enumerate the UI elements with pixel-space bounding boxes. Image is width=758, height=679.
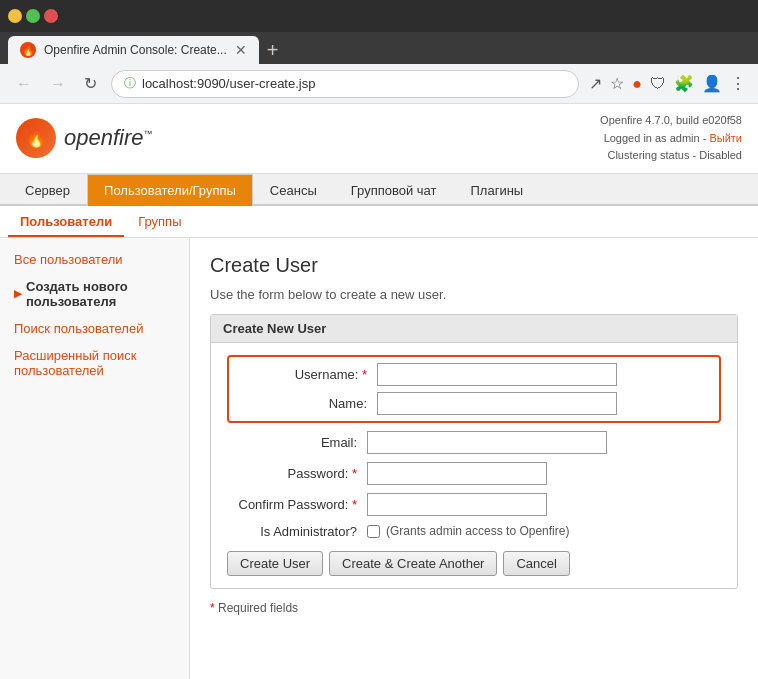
active-tab[interactable]: 🔥 Openfire Admin Console: Create... ✕ xyxy=(8,36,259,64)
share-icon[interactable]: ↗ xyxy=(589,74,602,93)
form-section-header: Create New User xyxy=(211,315,737,343)
username-input[interactable] xyxy=(377,363,617,386)
sub-nav: Пользователи Группы xyxy=(0,206,758,238)
clustering-status: Clustering status - Disabled xyxy=(600,147,742,165)
create-user-button[interactable]: Create User xyxy=(227,551,323,576)
admin-checkbox-group: (Grants admin access to Openfire) xyxy=(367,524,569,538)
nav-server[interactable]: Сервер xyxy=(8,174,87,206)
nav-groupchat[interactable]: Групповой чат xyxy=(334,174,454,206)
form-section: Create New User Username: * Name: xyxy=(210,314,738,589)
admin-row: Is Administrator? (Grants admin access t… xyxy=(227,524,721,539)
logout-link[interactable]: Выйти xyxy=(709,132,742,144)
admin-note: (Grants admin access to Openfire) xyxy=(386,524,569,538)
sidebar-item-create-user[interactable]: ▶ Создать нового пользователя xyxy=(0,273,189,315)
sidebar: Все пользователи ▶ Создать нового пользо… xyxy=(0,238,190,679)
email-input[interactable] xyxy=(367,431,607,454)
tab-bar: 🔥 Openfire Admin Console: Create... ✕ + xyxy=(0,32,758,64)
subnav-groups[interactable]: Группы xyxy=(126,210,193,237)
create-and-create-another-button[interactable]: Create & Create Another xyxy=(329,551,497,576)
extensions-icon[interactable]: 🧩 xyxy=(674,74,694,93)
url-text: localhost:9090/user-create.jsp xyxy=(142,76,566,91)
close-button[interactable] xyxy=(44,9,58,23)
profile-icon[interactable]: 👤 xyxy=(702,74,722,93)
version-info: Openfire 4.7.0, build e020f58 xyxy=(600,112,742,130)
confirm-password-input[interactable] xyxy=(367,493,547,516)
admin-checkbox[interactable] xyxy=(367,525,380,538)
nav-users-groups[interactable]: Пользователи/Группы xyxy=(87,174,253,206)
secure-icon: ⓘ xyxy=(124,75,136,92)
app-header: 🔥 openfire™ Openfire 4.7.0, build e020f5… xyxy=(0,104,758,174)
tab-close-button[interactable]: ✕ xyxy=(235,42,247,58)
url-bar[interactable]: ⓘ localhost:9090/user-create.jsp xyxy=(111,70,579,98)
sidebar-item-all-users[interactable]: Все пользователи xyxy=(0,246,189,273)
confirm-password-row: Confirm Password: * xyxy=(227,493,721,516)
arrow-icon: ▶ xyxy=(14,288,22,299)
admin-label: Is Administrator? xyxy=(227,524,367,539)
shield-icon[interactable]: 🛡 xyxy=(650,75,666,93)
email-row: Email: xyxy=(227,431,721,454)
content-area: Все пользователи ▶ Создать нового пользо… xyxy=(0,238,758,679)
opera-icon[interactable]: ● xyxy=(632,75,642,93)
menu-icon[interactable]: ⋮ xyxy=(730,74,746,93)
main-nav: Сервер Пользователи/Группы Сеансы Группо… xyxy=(0,174,758,206)
password-input[interactable] xyxy=(367,462,547,485)
name-row: Name: xyxy=(237,392,711,415)
password-row: Password: * xyxy=(227,462,721,485)
username-row: Username: * xyxy=(237,363,711,386)
required-note: * Required fields xyxy=(210,601,738,615)
form-description: Use the form below to create a new user. xyxy=(210,287,738,302)
required-note-text: Required fields xyxy=(218,601,298,615)
forward-button[interactable]: → xyxy=(46,73,70,95)
tab-title: Openfire Admin Console: Create... xyxy=(44,43,227,57)
main-content: Create User Use the form below to create… xyxy=(190,238,758,679)
bookmark-icon[interactable]: ☆ xyxy=(610,74,624,93)
window-controls xyxy=(8,9,58,23)
browser-title-bar xyxy=(0,0,758,32)
password-label: Password: * xyxy=(227,466,367,481)
confirm-password-label: Confirm Password: * xyxy=(227,497,367,512)
name-input[interactable] xyxy=(377,392,617,415)
form-body: Username: * Name: Email: Password: xyxy=(211,343,737,588)
sidebar-item-advanced-search[interactable]: Расширенный поиск пользователей xyxy=(0,342,189,384)
nav-plugins[interactable]: Плагины xyxy=(453,174,540,206)
sidebar-item-search-users[interactable]: Поиск пользователей xyxy=(0,315,189,342)
name-label: Name: xyxy=(237,396,377,411)
new-tab-button[interactable]: + xyxy=(267,36,279,64)
minimize-button[interactable] xyxy=(8,9,22,23)
maximize-button[interactable] xyxy=(26,9,40,23)
tab-favicon: 🔥 xyxy=(20,42,36,58)
refresh-button[interactable]: ↻ xyxy=(80,72,101,95)
cancel-button[interactable]: Cancel xyxy=(503,551,569,576)
username-label: Username: * xyxy=(237,367,377,382)
logo: 🔥 openfire™ xyxy=(16,118,153,158)
toolbar-icons: ↗ ☆ ● 🛡 🧩 👤 ⋮ xyxy=(589,74,746,93)
email-label: Email: xyxy=(227,435,367,450)
login-info: Logged in as admin - Выйти xyxy=(600,130,742,148)
header-info: Openfire 4.7.0, build e020f58 Logged in … xyxy=(600,112,742,165)
nav-sessions[interactable]: Сеансы xyxy=(253,174,334,206)
logo-icon: 🔥 xyxy=(16,118,56,158)
page-title: Create User xyxy=(210,254,738,277)
address-bar: ← → ↻ ⓘ localhost:9090/user-create.jsp ↗… xyxy=(0,64,758,104)
subnav-users[interactable]: Пользователи xyxy=(8,210,124,237)
required-fields-group: Username: * Name: xyxy=(227,355,721,423)
form-buttons: Create User Create & Create Another Canc… xyxy=(227,551,721,576)
logo-text: openfire™ xyxy=(64,125,153,151)
back-button[interactable]: ← xyxy=(12,73,36,95)
